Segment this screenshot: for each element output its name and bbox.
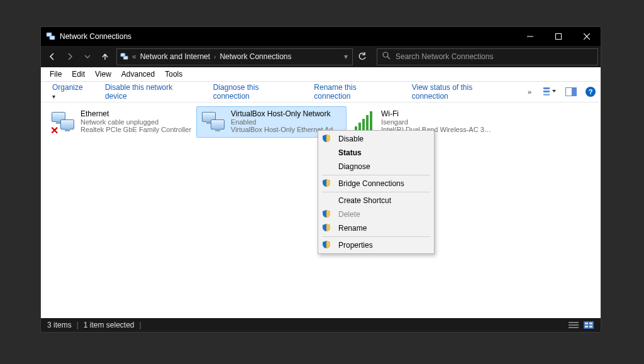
svg-rect-14 [572, 88, 576, 96]
adapter-name: Wi-Fi [381, 109, 492, 118]
adapter-ethernet[interactable]: ✕ Ethernet Network cable unplugged Realt… [46, 106, 196, 138]
ctx-status-label: Status [338, 148, 362, 157]
large-icons-view-button[interactable] [583, 321, 594, 329]
window-title: Network Connections [60, 32, 131, 41]
change-view-button[interactable] [543, 85, 557, 99]
content-area: ✕ Ethernet Network cable unplugged Realt… [41, 102, 601, 318]
address-dropdown[interactable]: ▾ [340, 52, 352, 61]
network-connections-icon [119, 52, 130, 62]
svg-rect-21 [585, 326, 588, 328]
recent-locations-button[interactable] [79, 48, 96, 65]
svg-rect-22 [589, 326, 592, 328]
refresh-button[interactable] [353, 49, 372, 65]
ctx-create-shortcut[interactable]: Create Shortcut [319, 194, 433, 207]
status-selected-count: 1 item selected [84, 321, 135, 329]
ctx-bridge-label: Bridge Connections [338, 179, 404, 188]
ethernet-icon [201, 109, 226, 135]
rename-connection-button[interactable]: Rename this connection [308, 80, 400, 103]
ctx-separator [322, 175, 430, 175]
help-button[interactable]: ? [586, 87, 596, 97]
shield-icon [322, 134, 332, 144]
svg-point-8 [383, 52, 388, 57]
menubar: File Edit View Advanced Tools [41, 67, 601, 82]
svg-rect-1 [50, 36, 55, 40]
network-connections-icon [46, 31, 56, 41]
ctx-diagnose[interactable]: Diagnose [319, 160, 433, 174]
address-bar[interactable]: « Network and Internet › Network Connect… [116, 48, 353, 65]
ctx-disable-label: Disable [338, 135, 364, 143]
navigation-bar: « Network and Internet › Network Connect… [41, 46, 601, 67]
shield-icon [322, 179, 332, 189]
forward-button[interactable] [61, 48, 79, 65]
ctx-diagnose-label: Diagnose [338, 162, 370, 171]
svg-rect-10 [543, 87, 550, 89]
ctx-status[interactable]: Status [319, 146, 433, 160]
ctx-delete-label: Delete [338, 210, 360, 219]
breadcrumb-network-connections[interactable]: Network Connections [219, 52, 291, 61]
ctx-shortcut-label: Create Shortcut [338, 196, 391, 205]
chevron-right-icon: › [214, 53, 216, 60]
ctx-rename-label: Rename [338, 224, 367, 233]
adapter-name: VirtualBox Host-Only Network [231, 109, 342, 118]
back-button[interactable] [43, 48, 61, 65]
up-button[interactable] [96, 48, 114, 65]
network-connections-window: Network Connections [41, 27, 601, 332]
svg-rect-3 [555, 34, 561, 40]
ethernet-disconnected-icon: ✕ [50, 109, 75, 135]
command-overflow[interactable]: » [521, 85, 538, 98]
ctx-properties[interactable]: Properties [319, 238, 433, 252]
svg-rect-11 [543, 91, 550, 92]
search-placeholder: Search Network Connections [396, 52, 493, 61]
ctx-rename[interactable]: Rename [319, 221, 433, 235]
menu-view[interactable]: View [90, 69, 116, 80]
menu-edit[interactable]: Edit [67, 69, 90, 80]
search-icon [382, 52, 391, 62]
ctx-separator [322, 236, 430, 237]
details-view-button[interactable] [568, 321, 579, 329]
status-bar: 3 items | 1 item selected | [41, 318, 601, 332]
organize-menu[interactable]: Organize [46, 80, 94, 103]
adapter-status: Network cable unplugged [80, 118, 192, 126]
ctx-separator [322, 192, 430, 192]
menu-tools[interactable]: Tools [160, 69, 187, 80]
ctx-disable[interactable]: Disable [319, 132, 433, 146]
close-button[interactable] [572, 27, 601, 46]
preview-pane-button[interactable] [564, 85, 578, 99]
context-menu: Disable Status Diagnose Bridge Connectio… [318, 130, 435, 254]
menu-advanced[interactable]: Advanced [116, 69, 160, 80]
shield-icon [322, 240, 332, 250]
svg-rect-12 [543, 94, 550, 96]
ctx-properties-label: Properties [338, 241, 373, 250]
diagnose-connection-button[interactable]: Diagnose this connection [207, 80, 303, 103]
ctx-bridge[interactable]: Bridge Connections [319, 177, 433, 190]
disable-device-button[interactable]: Disable this network device [99, 80, 202, 103]
ctx-delete: Delete [319, 207, 433, 221]
command-bar: Organize Disable this network device Dia… [41, 82, 601, 102]
shield-icon [322, 209, 332, 219]
svg-rect-7 [123, 56, 128, 59]
menu-file[interactable]: File [45, 69, 67, 80]
view-status-button[interactable]: View status of this connection [406, 80, 516, 103]
status-separator: | [77, 321, 79, 329]
adapter-status: Isengard [381, 118, 492, 126]
shield-icon [322, 223, 332, 233]
minimize-button[interactable] [516, 27, 544, 46]
adapter-name: Ethernet [80, 109, 192, 118]
titlebar: Network Connections [41, 27, 601, 46]
svg-rect-19 [585, 323, 588, 324]
svg-rect-20 [589, 323, 592, 324]
svg-rect-18 [584, 321, 594, 329]
adapter-status: Enabled [231, 118, 342, 126]
status-separator: | [140, 321, 142, 329]
search-input[interactable]: Search Network Connections [377, 48, 598, 65]
adapter-device: Realtek PCIe GbE Family Controller [80, 126, 192, 133]
status-item-count: 3 items [47, 321, 72, 329]
breadcrumb-network-and-internet[interactable]: Network and Internet [140, 52, 210, 61]
svg-line-9 [387, 57, 390, 59]
maximize-button[interactable] [544, 27, 572, 46]
breadcrumb-prefix: « [132, 52, 136, 61]
